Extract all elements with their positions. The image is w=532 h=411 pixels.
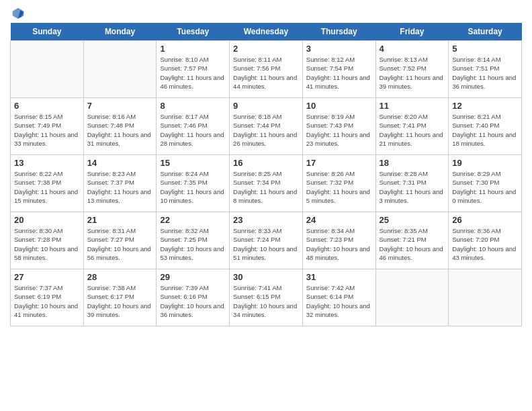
day-info: Sunrise: 7:37 AM Sunset: 6:19 PM Dayligh… xyxy=(14,283,80,319)
week-row-2: 6Sunrise: 8:15 AM Sunset: 7:49 PM Daylig… xyxy=(11,98,522,155)
day-number: 21 xyxy=(87,215,153,225)
day-number: 1 xyxy=(160,44,226,54)
day-info: Sunrise: 7:39 AM Sunset: 6:16 PM Dayligh… xyxy=(160,283,226,319)
day-header-monday: Monday xyxy=(83,23,157,41)
week-row-4: 20Sunrise: 8:30 AM Sunset: 7:28 PM Dayli… xyxy=(11,212,522,269)
day-info: Sunrise: 8:12 AM Sunset: 7:54 PM Dayligh… xyxy=(306,55,372,91)
day-number: 14 xyxy=(87,158,153,168)
day-info: Sunrise: 7:38 AM Sunset: 6:17 PM Dayligh… xyxy=(87,283,153,319)
day-info: Sunrise: 8:21 AM Sunset: 7:40 PM Dayligh… xyxy=(452,112,518,148)
calendar-cell: 28Sunrise: 7:38 AM Sunset: 6:17 PM Dayli… xyxy=(83,269,157,326)
day-info: Sunrise: 8:28 AM Sunset: 7:31 PM Dayligh… xyxy=(380,169,445,205)
calendar-table: SundayMondayTuesdayWednesdayThursdayFrid… xyxy=(10,23,522,326)
day-info: Sunrise: 8:11 AM Sunset: 7:56 PM Dayligh… xyxy=(233,55,299,91)
calendar-cell: 26Sunrise: 8:36 AM Sunset: 7:20 PM Dayli… xyxy=(449,212,522,269)
day-number: 6 xyxy=(14,101,80,111)
calendar-cell: 20Sunrise: 8:30 AM Sunset: 7:28 PM Dayli… xyxy=(11,212,84,269)
page-header xyxy=(10,7,522,20)
day-number: 26 xyxy=(452,215,518,225)
calendar-cell: 27Sunrise: 7:37 AM Sunset: 6:19 PM Dayli… xyxy=(11,269,84,326)
day-info: Sunrise: 8:36 AM Sunset: 7:20 PM Dayligh… xyxy=(452,226,518,262)
day-number: 22 xyxy=(160,215,226,225)
day-info: Sunrise: 7:41 AM Sunset: 6:15 PM Dayligh… xyxy=(233,283,299,319)
day-number: 11 xyxy=(380,101,445,111)
day-info: Sunrise: 8:23 AM Sunset: 7:37 PM Dayligh… xyxy=(87,169,153,205)
day-number: 3 xyxy=(306,44,372,54)
calendar-cell: 18Sunrise: 8:28 AM Sunset: 7:31 PM Dayli… xyxy=(375,155,449,212)
calendar-cell xyxy=(83,41,157,98)
calendar-cell: 6Sunrise: 8:15 AM Sunset: 7:49 PM Daylig… xyxy=(11,98,84,155)
calendar-cell: 1Sunrise: 8:10 AM Sunset: 7:57 PM Daylig… xyxy=(157,41,230,98)
calendar-cell: 14Sunrise: 8:23 AM Sunset: 7:37 PM Dayli… xyxy=(83,155,157,212)
day-info: Sunrise: 8:15 AM Sunset: 7:49 PM Dayligh… xyxy=(14,112,80,148)
day-info: Sunrise: 8:31 AM Sunset: 7:27 PM Dayligh… xyxy=(87,226,153,262)
day-number: 8 xyxy=(160,101,226,111)
day-number: 12 xyxy=(452,101,518,111)
logo xyxy=(10,7,25,20)
calendar-cell: 21Sunrise: 8:31 AM Sunset: 7:27 PM Dayli… xyxy=(83,212,157,269)
calendar-cell: 31Sunrise: 7:42 AM Sunset: 6:14 PM Dayli… xyxy=(302,269,375,326)
days-header-row: SundayMondayTuesdayWednesdayThursdayFrid… xyxy=(11,23,522,41)
day-number: 20 xyxy=(14,215,80,225)
week-row-5: 27Sunrise: 7:37 AM Sunset: 6:19 PM Dayli… xyxy=(11,269,522,326)
day-number: 5 xyxy=(452,44,518,54)
calendar-cell: 24Sunrise: 8:34 AM Sunset: 7:23 PM Dayli… xyxy=(302,212,375,269)
day-info: Sunrise: 7:42 AM Sunset: 6:14 PM Dayligh… xyxy=(306,283,372,319)
day-header-sunday: Sunday xyxy=(11,23,84,41)
day-info: Sunrise: 8:34 AM Sunset: 7:23 PM Dayligh… xyxy=(306,226,372,262)
day-header-wednesday: Wednesday xyxy=(230,23,303,41)
day-info: Sunrise: 8:17 AM Sunset: 7:46 PM Dayligh… xyxy=(160,112,226,148)
day-number: 23 xyxy=(233,215,299,225)
logo-icon xyxy=(11,7,25,20)
day-number: 16 xyxy=(233,158,299,168)
day-number: 4 xyxy=(380,44,445,54)
calendar-cell xyxy=(375,269,449,326)
calendar-cell: 10Sunrise: 8:19 AM Sunset: 7:43 PM Dayli… xyxy=(302,98,375,155)
day-header-thursday: Thursday xyxy=(302,23,375,41)
calendar-cell: 2Sunrise: 8:11 AM Sunset: 7:56 PM Daylig… xyxy=(230,41,303,98)
calendar-cell: 25Sunrise: 8:35 AM Sunset: 7:21 PM Dayli… xyxy=(375,212,449,269)
calendar-cell: 7Sunrise: 8:16 AM Sunset: 7:48 PM Daylig… xyxy=(83,98,157,155)
day-number: 18 xyxy=(380,158,445,168)
calendar-cell: 9Sunrise: 8:18 AM Sunset: 7:44 PM Daylig… xyxy=(230,98,303,155)
calendar-cell: 3Sunrise: 8:12 AM Sunset: 7:54 PM Daylig… xyxy=(302,41,375,98)
day-info: Sunrise: 8:26 AM Sunset: 7:32 PM Dayligh… xyxy=(306,169,372,205)
day-number: 17 xyxy=(306,158,372,168)
day-number: 25 xyxy=(380,215,445,225)
calendar-cell: 11Sunrise: 8:20 AM Sunset: 7:41 PM Dayli… xyxy=(375,98,449,155)
day-info: Sunrise: 8:16 AM Sunset: 7:48 PM Dayligh… xyxy=(87,112,153,148)
day-info: Sunrise: 8:30 AM Sunset: 7:28 PM Dayligh… xyxy=(14,226,80,262)
week-row-3: 13Sunrise: 8:22 AM Sunset: 7:38 PM Dayli… xyxy=(11,155,522,212)
calendar-cell xyxy=(11,41,84,98)
day-number: 30 xyxy=(233,272,299,282)
day-number: 2 xyxy=(233,44,299,54)
day-info: Sunrise: 8:25 AM Sunset: 7:34 PM Dayligh… xyxy=(233,169,299,205)
calendar-cell: 16Sunrise: 8:25 AM Sunset: 7:34 PM Dayli… xyxy=(230,155,303,212)
day-number: 27 xyxy=(14,272,80,282)
day-info: Sunrise: 8:14 AM Sunset: 7:51 PM Dayligh… xyxy=(452,55,518,91)
day-number: 24 xyxy=(306,215,372,225)
day-header-saturday: Saturday xyxy=(449,23,522,41)
day-info: Sunrise: 8:18 AM Sunset: 7:44 PM Dayligh… xyxy=(233,112,299,148)
day-number: 7 xyxy=(87,101,153,111)
day-info: Sunrise: 8:35 AM Sunset: 7:21 PM Dayligh… xyxy=(380,226,445,262)
day-number: 19 xyxy=(452,158,518,168)
week-row-1: 1Sunrise: 8:10 AM Sunset: 7:57 PM Daylig… xyxy=(11,41,522,98)
calendar-cell xyxy=(449,269,522,326)
day-number: 13 xyxy=(14,158,80,168)
day-header-tuesday: Tuesday xyxy=(157,23,230,41)
calendar-cell: 15Sunrise: 8:24 AM Sunset: 7:35 PM Dayli… xyxy=(157,155,230,212)
day-info: Sunrise: 8:13 AM Sunset: 7:52 PM Dayligh… xyxy=(380,55,445,91)
calendar-cell: 23Sunrise: 8:33 AM Sunset: 7:24 PM Dayli… xyxy=(230,212,303,269)
day-info: Sunrise: 8:19 AM Sunset: 7:43 PM Dayligh… xyxy=(306,112,372,148)
day-info: Sunrise: 8:24 AM Sunset: 7:35 PM Dayligh… xyxy=(160,169,226,205)
calendar-cell: 12Sunrise: 8:21 AM Sunset: 7:40 PM Dayli… xyxy=(449,98,522,155)
calendar-cell: 4Sunrise: 8:13 AM Sunset: 7:52 PM Daylig… xyxy=(375,41,449,98)
day-number: 9 xyxy=(233,101,299,111)
calendar-cell: 19Sunrise: 8:29 AM Sunset: 7:30 PM Dayli… xyxy=(449,155,522,212)
day-info: Sunrise: 8:20 AM Sunset: 7:41 PM Dayligh… xyxy=(380,112,445,148)
day-number: 10 xyxy=(306,101,372,111)
calendar-cell: 5Sunrise: 8:14 AM Sunset: 7:51 PM Daylig… xyxy=(449,41,522,98)
calendar-cell: 22Sunrise: 8:32 AM Sunset: 7:25 PM Dayli… xyxy=(157,212,230,269)
day-header-friday: Friday xyxy=(375,23,449,41)
